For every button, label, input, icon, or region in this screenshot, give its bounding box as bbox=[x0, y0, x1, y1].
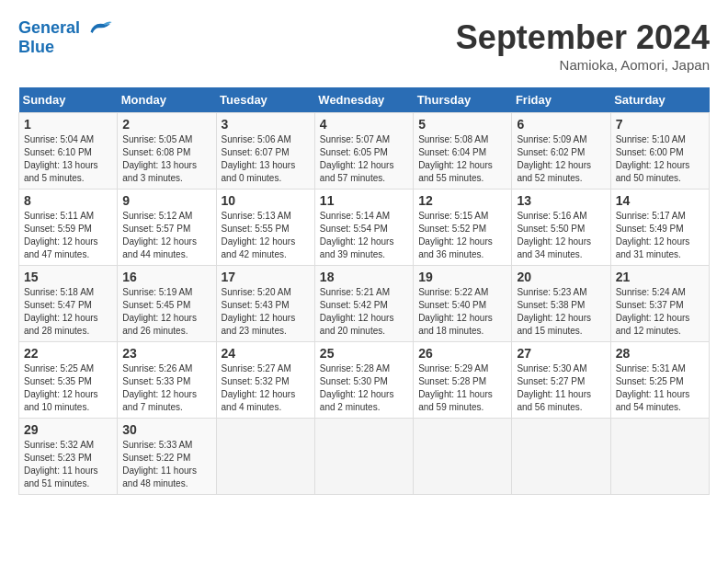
table-row bbox=[314, 419, 413, 495]
table-row: 26 Sunrise: 5:29 AM Sunset: 5:28 PM Dayl… bbox=[414, 342, 512, 419]
day-info: Sunrise: 5:18 AM Sunset: 5:47 PM Dayligh… bbox=[24, 286, 112, 338]
table-row: 3 Sunrise: 5:06 AM Sunset: 6:07 PM Dayli… bbox=[216, 113, 314, 190]
table-row: 29 Sunrise: 5:32 AM Sunset: 5:23 PM Dayl… bbox=[19, 419, 118, 495]
day-info: Sunrise: 5:22 AM Sunset: 5:40 PM Dayligh… bbox=[418, 286, 506, 338]
table-row: 11 Sunrise: 5:14 AM Sunset: 5:54 PM Dayl… bbox=[314, 190, 413, 266]
table-row bbox=[216, 419, 314, 495]
day-number: 30 bbox=[122, 422, 210, 437]
day-number: 6 bbox=[517, 117, 605, 132]
table-row: 12 Sunrise: 5:15 AM Sunset: 5:52 PM Dayl… bbox=[414, 190, 512, 266]
day-info: Sunrise: 5:20 AM Sunset: 5:43 PM Dayligh… bbox=[222, 286, 310, 338]
day-number: 5 bbox=[418, 117, 506, 132]
day-number: 16 bbox=[122, 270, 210, 284]
day-number: 21 bbox=[616, 270, 704, 284]
table-row bbox=[512, 419, 610, 495]
week-row-4: 29 Sunrise: 5:32 AM Sunset: 5:23 PM Dayl… bbox=[19, 419, 710, 495]
day-number: 18 bbox=[320, 270, 408, 284]
week-row-2: 15 Sunrise: 5:18 AM Sunset: 5:47 PM Dayl… bbox=[19, 266, 710, 342]
table-row: 9 Sunrise: 5:12 AM Sunset: 5:57 PM Dayli… bbox=[118, 190, 216, 266]
day-number: 1 bbox=[24, 117, 112, 132]
day-info: Sunrise: 5:17 AM Sunset: 5:49 PM Dayligh… bbox=[616, 210, 704, 261]
table-row: 21 Sunrise: 5:24 AM Sunset: 5:37 PM Dayl… bbox=[610, 266, 709, 342]
day-number: 26 bbox=[418, 346, 506, 361]
day-info: Sunrise: 5:33 AM Sunset: 5:22 PM Dayligh… bbox=[122, 439, 210, 490]
day-number: 29 bbox=[24, 422, 112, 437]
day-info: Sunrise: 5:07 AM Sunset: 6:05 PM Dayligh… bbox=[320, 133, 408, 185]
day-info: Sunrise: 5:30 AM Sunset: 5:27 PM Dayligh… bbox=[517, 362, 605, 414]
day-info: Sunrise: 5:23 AM Sunset: 5:38 PM Dayligh… bbox=[517, 286, 605, 338]
day-info: Sunrise: 5:31 AM Sunset: 5:25 PM Dayligh… bbox=[616, 362, 704, 414]
table-row: 28 Sunrise: 5:31 AM Sunset: 5:25 PM Dayl… bbox=[610, 342, 709, 419]
day-info: Sunrise: 5:27 AM Sunset: 5:32 PM Dayligh… bbox=[222, 362, 310, 414]
day-number: 11 bbox=[320, 193, 408, 208]
table-row: 6 Sunrise: 5:09 AM Sunset: 6:02 PM Dayli… bbox=[512, 113, 610, 190]
table-row: 24 Sunrise: 5:27 AM Sunset: 5:32 PM Dayl… bbox=[216, 342, 314, 419]
day-number: 8 bbox=[24, 193, 112, 208]
day-number: 19 bbox=[418, 270, 506, 284]
header-wednesday: Wednesday bbox=[314, 87, 413, 113]
day-number: 4 bbox=[320, 117, 408, 132]
logo: General Blue bbox=[18, 18, 113, 57]
day-info: Sunrise: 5:04 AM Sunset: 6:10 PM Dayligh… bbox=[24, 133, 112, 185]
table-row: 14 Sunrise: 5:17 AM Sunset: 5:49 PM Dayl… bbox=[610, 190, 709, 266]
day-info: Sunrise: 5:24 AM Sunset: 5:37 PM Dayligh… bbox=[616, 286, 704, 338]
logo-text2: Blue bbox=[18, 39, 113, 57]
table-row: 23 Sunrise: 5:26 AM Sunset: 5:33 PM Dayl… bbox=[118, 342, 216, 419]
table-row bbox=[414, 419, 512, 495]
title-section: September 2024 Namioka, Aomori, Japan bbox=[456, 18, 710, 73]
table-row: 8 Sunrise: 5:11 AM Sunset: 5:59 PM Dayli… bbox=[19, 190, 118, 266]
month-title: September 2024 bbox=[456, 18, 710, 57]
day-info: Sunrise: 5:28 AM Sunset: 5:30 PM Dayligh… bbox=[320, 362, 408, 414]
day-info: Sunrise: 5:05 AM Sunset: 6:08 PM Dayligh… bbox=[122, 133, 210, 185]
day-info: Sunrise: 5:14 AM Sunset: 5:54 PM Dayligh… bbox=[320, 210, 408, 261]
day-info: Sunrise: 5:06 AM Sunset: 6:07 PM Dayligh… bbox=[222, 133, 310, 185]
header-sunday: Sunday bbox=[19, 87, 118, 113]
table-row: 30 Sunrise: 5:33 AM Sunset: 5:22 PM Dayl… bbox=[118, 419, 216, 495]
day-number: 9 bbox=[122, 193, 210, 208]
day-info: Sunrise: 5:25 AM Sunset: 5:35 PM Dayligh… bbox=[24, 362, 112, 414]
day-info: Sunrise: 5:08 AM Sunset: 6:04 PM Dayligh… bbox=[418, 133, 506, 185]
header-friday: Friday bbox=[512, 87, 610, 113]
table-row: 18 Sunrise: 5:21 AM Sunset: 5:42 PM Dayl… bbox=[314, 266, 413, 342]
day-info: Sunrise: 5:13 AM Sunset: 5:55 PM Dayligh… bbox=[222, 210, 310, 261]
day-info: Sunrise: 5:21 AM Sunset: 5:42 PM Dayligh… bbox=[320, 286, 408, 338]
day-info: Sunrise: 5:32 AM Sunset: 5:23 PM Dayligh… bbox=[24, 439, 112, 490]
day-number: 25 bbox=[320, 346, 408, 361]
day-number: 12 bbox=[418, 193, 506, 208]
day-number: 28 bbox=[616, 346, 704, 361]
table-row: 27 Sunrise: 5:30 AM Sunset: 5:27 PM Dayl… bbox=[512, 342, 610, 419]
day-number: 22 bbox=[24, 346, 112, 361]
day-number: 14 bbox=[616, 193, 704, 208]
day-number: 20 bbox=[517, 270, 605, 284]
header-monday: Monday bbox=[118, 87, 216, 113]
table-row: 13 Sunrise: 5:16 AM Sunset: 5:50 PM Dayl… bbox=[512, 190, 610, 266]
day-number: 7 bbox=[616, 117, 704, 132]
day-info: Sunrise: 5:26 AM Sunset: 5:33 PM Dayligh… bbox=[122, 362, 210, 414]
table-row: 16 Sunrise: 5:19 AM Sunset: 5:45 PM Dayl… bbox=[118, 266, 216, 342]
table-row: 7 Sunrise: 5:10 AM Sunset: 6:00 PM Dayli… bbox=[610, 113, 709, 190]
calendar-table: Sunday Monday Tuesday Wednesday Thursday… bbox=[18, 87, 710, 495]
table-row bbox=[610, 419, 709, 495]
day-number: 2 bbox=[122, 117, 210, 132]
day-info: Sunrise: 5:11 AM Sunset: 5:59 PM Dayligh… bbox=[24, 210, 112, 261]
day-info: Sunrise: 5:10 AM Sunset: 6:00 PM Dayligh… bbox=[616, 133, 704, 185]
table-row: 2 Sunrise: 5:05 AM Sunset: 6:08 PM Dayli… bbox=[118, 113, 216, 190]
day-info: Sunrise: 5:09 AM Sunset: 6:02 PM Dayligh… bbox=[517, 133, 605, 185]
table-row: 10 Sunrise: 5:13 AM Sunset: 5:55 PM Dayl… bbox=[216, 190, 314, 266]
day-number: 15 bbox=[24, 270, 112, 284]
table-row: 19 Sunrise: 5:22 AM Sunset: 5:40 PM Dayl… bbox=[414, 266, 512, 342]
table-row: 17 Sunrise: 5:20 AM Sunset: 5:43 PM Dayl… bbox=[216, 266, 314, 342]
day-number: 27 bbox=[517, 346, 605, 361]
table-row: 20 Sunrise: 5:23 AM Sunset: 5:38 PM Dayl… bbox=[512, 266, 610, 342]
week-row-3: 22 Sunrise: 5:25 AM Sunset: 5:35 PM Dayl… bbox=[19, 342, 710, 419]
logo-text: General bbox=[18, 18, 113, 39]
table-row: 4 Sunrise: 5:07 AM Sunset: 6:05 PM Dayli… bbox=[314, 113, 413, 190]
day-info: Sunrise: 5:19 AM Sunset: 5:45 PM Dayligh… bbox=[122, 286, 210, 338]
day-info: Sunrise: 5:15 AM Sunset: 5:52 PM Dayligh… bbox=[418, 210, 506, 261]
day-number: 3 bbox=[222, 117, 310, 132]
day-number: 24 bbox=[222, 346, 310, 361]
day-number: 10 bbox=[222, 193, 310, 208]
table-row: 1 Sunrise: 5:04 AM Sunset: 6:10 PM Dayli… bbox=[19, 113, 118, 190]
table-row: 22 Sunrise: 5:25 AM Sunset: 5:35 PM Dayl… bbox=[19, 342, 118, 419]
page-header: General Blue September 2024 Namioka, Aom… bbox=[18, 18, 710, 73]
